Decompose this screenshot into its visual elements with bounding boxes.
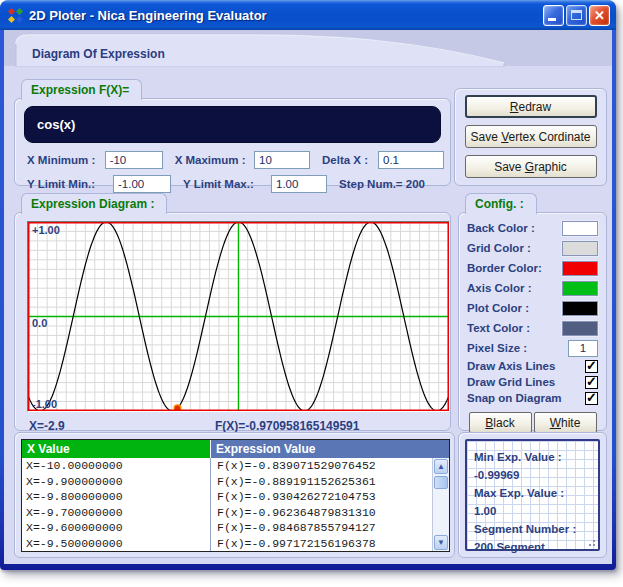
scrollbar-thumb[interactable]	[434, 476, 448, 489]
title-bar[interactable]: 2D Ploter - Nica Engineering Evaluator ✕	[0, 0, 616, 30]
border-color-swatch[interactable]	[562, 261, 598, 276]
arrow-up-icon: ▲	[437, 462, 445, 471]
diagram-group-label: Expression Diagram :	[21, 193, 167, 214]
back-color-label: Back Color :	[467, 222, 535, 234]
table-scrollbar[interactable]: ▲ ▼	[432, 458, 449, 551]
delta-x-input[interactable]	[378, 151, 444, 169]
max-exp-value: 1.00	[474, 502, 598, 520]
grid-color-swatch[interactable]	[562, 241, 598, 256]
plot-color-label: Plot Color :	[467, 302, 529, 314]
expression-group: Expression F(X)= X Minimum : X Maximum :…	[14, 98, 451, 186]
y-limit-max-label: Y Limit Max.:	[183, 178, 271, 190]
expression-value-cell: F(x)=-0.839071529076452	[210, 458, 449, 474]
close-icon: ✕	[590, 6, 609, 25]
max-exp-value-label: Max Exp. Value :	[474, 484, 598, 502]
expression-value-cell: F(x)=-0.962364879831310	[210, 505, 449, 521]
table-row: X=-9.900000000F(x)=-0.889191152625361	[22, 474, 449, 490]
expression-value-column-header[interactable]: Expression Value	[210, 440, 449, 458]
stats-panel: Min Exp. Value : -0.99969 Max Exp. Value…	[465, 439, 600, 551]
values-table: X Value Expression Value X=-10.00000000F…	[21, 439, 450, 552]
app-icon	[7, 7, 24, 24]
border-color-label: Border Color:	[467, 262, 542, 274]
axis-color-label: Axis Color :	[467, 282, 532, 294]
x-value-column-header[interactable]: X Value	[22, 440, 210, 458]
min-exp-value-label: Min Exp. Value :	[474, 448, 598, 466]
snap-on-diagram-label: Snap on Diagram	[467, 392, 562, 404]
app-window: 2D Ploter - Nica Engineering Evaluator ✕…	[0, 0, 616, 570]
status-x-value: X=-2.9	[29, 419, 65, 433]
scrollbar-down-button[interactable]: ▼	[434, 535, 448, 550]
expression-group-label: Expression F(X)=	[21, 79, 142, 100]
x-minimum-input[interactable]	[105, 151, 163, 169]
step-num-label: Step Num.= 200	[339, 178, 425, 190]
expression-value-cell: F(x)=-0.889191152625361	[210, 474, 449, 490]
diagram-group: Expression Diagram : +1.00 0.0 -1.00 X=-…	[14, 212, 451, 431]
segment-number-value: 200 Segment	[474, 538, 598, 556]
pixel-size-input[interactable]	[568, 340, 598, 357]
expression-value-cell: F(x)=-0.997172156196378	[210, 536, 449, 552]
x-maximum-label: X Maximum :	[175, 154, 254, 166]
table-row: X=-9.500000000F(x)=-0.997172156196378	[22, 536, 449, 552]
scrollbar-up-button[interactable]: ▲	[434, 459, 448, 474]
plot-frame: +1.00 0.0 -1.00	[27, 221, 450, 412]
plot-color-swatch[interactable]	[562, 301, 598, 316]
table-row: X=-10.00000000F(x)=-0.839071529076452	[22, 458, 449, 474]
maximize-icon	[571, 10, 582, 20]
expression-value-cell: F(x)=-0.984687855794127	[210, 520, 449, 536]
redraw-button[interactable]: Redraw	[465, 95, 597, 118]
save-graphic-button[interactable]: Save Graphic	[465, 155, 597, 178]
values-table-group: X Value Expression Value X=-10.00000000F…	[14, 432, 455, 558]
text-color-label: Text Color :	[467, 322, 530, 334]
table-header-row: X Value Expression Value	[22, 440, 449, 458]
x-value-cell: X=-9.900000000	[22, 474, 210, 490]
table-row: X=-9.600000000F(x)=-0.984687855794127	[22, 520, 449, 536]
x-value-cell: X=-9.500000000	[22, 536, 210, 552]
draw-axis-lines-label: Draw Axis Lines	[467, 360, 555, 372]
grid-color-label: Grid Color :	[467, 242, 531, 254]
plot-area[interactable]: +1.00 0.0 -1.00	[28, 222, 449, 411]
pixel-size-label: Pixel Size :	[467, 342, 527, 354]
axis-color-swatch[interactable]	[562, 281, 598, 296]
x-maximum-input[interactable]	[254, 151, 310, 169]
minimize-button[interactable]	[543, 5, 564, 26]
expression-input[interactable]	[25, 107, 440, 142]
expression-value-cell: F(x)=-0.930426272104753	[210, 489, 449, 505]
draw-grid-lines-label: Draw Grid Lines	[467, 376, 555, 388]
maximize-button[interactable]	[566, 5, 587, 26]
black-button[interactable]: Black	[469, 412, 532, 433]
x-value-cell: X=-9.800000000	[22, 489, 210, 505]
actions-panel: Redraw Save Vertex Cordinate Save Graphi…	[454, 88, 607, 186]
stats-group: Min Exp. Value : -0.99969 Max Exp. Value…	[458, 432, 607, 558]
config-group-label: Config. :	[465, 193, 537, 214]
arrow-down-icon: ▼	[437, 538, 445, 547]
min-exp-value: -0.99969	[474, 466, 598, 484]
config-group: Config. : Back Color : Grid Color : Bord…	[458, 212, 607, 431]
y-limit-max-input[interactable]	[271, 175, 327, 193]
minimize-icon	[548, 18, 556, 21]
window-body: Diagram Of Expression Expression F(X)= X…	[4, 30, 612, 564]
delta-x-label: Delta X :	[322, 154, 378, 166]
resize-grip[interactable]	[586, 537, 596, 547]
draw-grid-lines-checkbox[interactable]	[585, 376, 598, 389]
close-button[interactable]: ✕	[589, 5, 610, 26]
y-limit-min-label: Y Limit Min.:	[27, 178, 113, 190]
text-color-swatch[interactable]	[562, 321, 598, 336]
table-row: X=-9.800000000F(x)=-0.930426272104753	[22, 489, 449, 505]
segment-number-label: Segment Number :	[474, 520, 598, 538]
white-button[interactable]: White	[534, 412, 597, 433]
x-value-cell: X=-9.700000000	[22, 505, 210, 521]
x-value-cell: X=-9.600000000	[22, 520, 210, 536]
expression-box	[24, 106, 441, 143]
save-vertex-cordinate-button[interactable]: Save Vertex Cordinate	[465, 125, 597, 148]
draw-axis-lines-checkbox[interactable]	[585, 360, 598, 373]
status-fx-value: F(X)=-0.970958165149591	[215, 419, 359, 433]
plot-canvas	[28, 222, 449, 411]
window-title: 2D Ploter - Nica Engineering Evaluator	[29, 8, 541, 23]
x-value-cell: X=-10.00000000	[22, 458, 210, 474]
tab-diagram-of-expression[interactable]: Diagram Of Expression	[32, 47, 165, 61]
table-row: X=-9.700000000F(x)=-0.962364879831310	[22, 505, 449, 521]
y-limit-min-input[interactable]	[113, 175, 171, 193]
x-minimum-label: X Minimum :	[27, 154, 105, 166]
back-color-swatch[interactable]	[562, 221, 598, 236]
snap-on-diagram-checkbox[interactable]	[585, 392, 598, 405]
